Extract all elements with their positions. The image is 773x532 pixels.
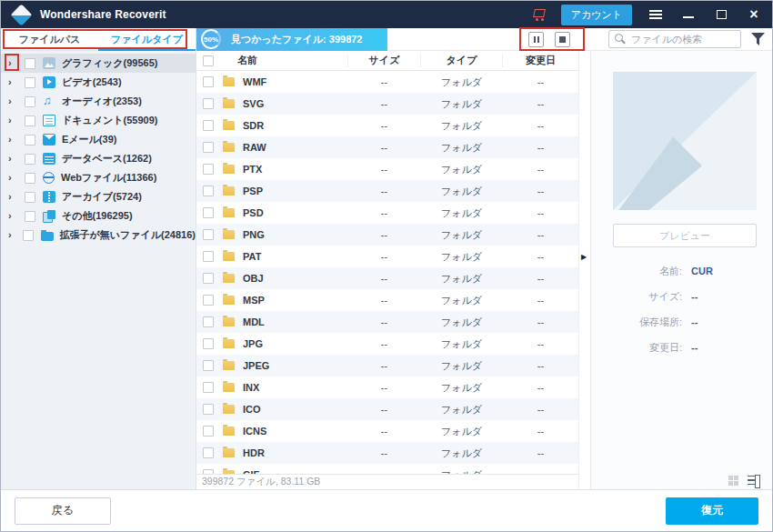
grid-view-icon[interactable]	[728, 476, 738, 486]
table-row[interactable]: PNG -- フォルダ --	[196, 224, 578, 246]
cell-size: --	[347, 338, 420, 349]
tab-file-type[interactable]: ファイルタイプ	[98, 28, 196, 50]
list-view-icon[interactable]	[748, 475, 760, 487]
column-header-name[interactable]: 名前	[214, 54, 347, 67]
row-checkbox[interactable]	[203, 360, 214, 371]
tree-item[interactable]: › Webファイル(11366)	[1, 168, 196, 187]
column-header-modified[interactable]: 変更日	[502, 54, 578, 67]
table-row[interactable]: SDR -- フォルダ --	[196, 115, 578, 136]
close-button[interactable]: ×	[745, 5, 763, 24]
tab-file-path[interactable]: ファイルパス	[1, 28, 98, 50]
tree-item[interactable]: › ドキュメント(55909)	[1, 111, 196, 130]
row-checkbox[interactable]	[203, 382, 214, 393]
table-row[interactable]: RAW -- フォルダ --	[196, 136, 578, 158]
table-row[interactable]: PSD -- フォルダ --	[196, 202, 578, 224]
table-row[interactable]: SVG -- フォルダ --	[196, 93, 578, 115]
tree-item[interactable]: › オーディオ(2353)	[1, 92, 196, 111]
expand-arrow-icon[interactable]: ›	[8, 173, 17, 183]
tree-item[interactable]: › データベース(1262)	[1, 149, 196, 168]
expand-arrow-icon[interactable]: ›	[8, 58, 17, 68]
maximize-button[interactable]	[712, 5, 730, 24]
cell-type: フォルダ	[420, 75, 502, 89]
restore-button[interactable]: 復元	[666, 497, 758, 525]
tree-item-checkbox[interactable]	[25, 77, 35, 88]
row-checkbox[interactable]	[203, 207, 214, 218]
minimize-button[interactable]	[679, 5, 698, 24]
tree-item[interactable]: › その他(196295)	[1, 206, 196, 226]
table-row[interactable]: MDL -- フォルダ --	[196, 311, 578, 333]
tree-item[interactable]: › ビデオ(2543)	[1, 73, 196, 92]
expand-arrow-icon[interactable]: ›	[8, 211, 17, 221]
tree-item-checkbox[interactable]	[25, 58, 35, 69]
table-row[interactable]: PSP -- フォルダ --	[196, 180, 578, 202]
panel-collapse-icon[interactable]: ▶	[581, 253, 587, 261]
tree-item-checkbox[interactable]	[25, 135, 35, 146]
folder-icon	[223, 208, 235, 217]
folder-icon	[223, 252, 235, 261]
table-row[interactable]: ICO -- フォルダ --	[196, 398, 578, 420]
table-row[interactable]: ICNS -- フォルダ --	[196, 420, 578, 442]
table-row[interactable]: PTX -- フォルダ --	[196, 158, 578, 180]
tree-item-checkbox[interactable]	[25, 96, 35, 107]
row-checkbox[interactable]	[203, 447, 214, 458]
column-header-type[interactable]: タイプ	[420, 54, 502, 67]
preview-button[interactable]: プレビュー	[613, 224, 757, 247]
table-row[interactable]: INX -- フォルダ --	[196, 376, 578, 398]
app-window: Wondershare Recoverit アカウント × ファイルパス ファイ…	[0, 0, 773, 532]
table-row[interactable]: WMF -- フォルダ --	[196, 71, 578, 93]
file-category-icon	[43, 76, 55, 88]
row-checkbox[interactable]	[203, 316, 214, 327]
stop-scan-button[interactable]	[555, 32, 570, 47]
tree-item-checkbox[interactable]	[25, 154, 35, 165]
tree-item-label: アーカイブ(5724)	[62, 190, 142, 204]
tree-item-checkbox[interactable]	[25, 192, 35, 203]
table-row[interactable]: PAT -- フォルダ --	[196, 246, 578, 267]
tree-item[interactable]: › Eメール(39)	[1, 130, 196, 149]
tree-item[interactable]: › グラフィック(99565)	[1, 54, 196, 73]
expand-arrow-icon[interactable]: ›	[8, 154, 17, 164]
tree-item[interactable]: › 拡張子が無いファイル(24816)	[1, 226, 196, 245]
expand-arrow-icon[interactable]: ›	[8, 96, 17, 106]
table-row[interactable]: JPG -- フォルダ --	[196, 333, 578, 355]
tree-item-checkbox[interactable]	[25, 211, 35, 222]
cell-modified: --	[502, 186, 578, 196]
row-checkbox[interactable]	[203, 229, 214, 240]
table-row[interactable]: JPEG -- フォルダ --	[196, 355, 578, 376]
row-checkbox[interactable]	[203, 404, 214, 415]
menu-button[interactable]	[647, 5, 665, 24]
table-row[interactable]: OBJ -- フォルダ --	[196, 267, 578, 289]
account-button[interactable]: アカウント	[561, 5, 632, 25]
row-checkbox[interactable]	[203, 338, 214, 349]
table-row[interactable]: GIF -- フォルダ --	[196, 464, 578, 474]
search-box[interactable]	[608, 30, 741, 48]
pause-scan-button[interactable]	[528, 32, 544, 47]
table-row[interactable]: HDR -- フォルダ --	[196, 442, 578, 464]
expand-arrow-icon[interactable]: ›	[8, 77, 17, 87]
row-checkbox[interactable]	[203, 273, 214, 284]
filter-icon[interactable]	[751, 33, 765, 45]
row-checkbox[interactable]	[203, 142, 214, 153]
expand-arrow-icon[interactable]: ›	[8, 115, 17, 125]
tree-item-checkbox[interactable]	[23, 230, 34, 241]
row-checkbox[interactable]	[203, 251, 214, 262]
expand-arrow-icon[interactable]: ›	[8, 230, 15, 240]
row-checkbox[interactable]	[203, 164, 214, 175]
expand-arrow-icon[interactable]: ›	[8, 135, 17, 145]
row-checkbox[interactable]	[203, 98, 214, 109]
search-input[interactable]	[631, 34, 735, 45]
row-checkbox[interactable]	[203, 76, 214, 87]
row-checkbox[interactable]	[203, 295, 214, 306]
cart-icon[interactable]	[532, 8, 547, 21]
row-checkbox[interactable]	[203, 426, 214, 437]
table-row[interactable]: MSP -- フォルダ --	[196, 289, 578, 311]
row-checkbox[interactable]	[203, 186, 214, 196]
tree-item-checkbox[interactable]	[25, 115, 35, 126]
select-all-checkbox[interactable]	[203, 55, 214, 66]
column-header-size[interactable]: サイズ	[347, 54, 420, 67]
expand-arrow-icon[interactable]: ›	[8, 192, 17, 202]
row-checkbox[interactable]	[203, 120, 214, 131]
back-button[interactable]: 戻る	[15, 497, 111, 525]
cell-name: PSP	[243, 186, 347, 196]
tree-item-checkbox[interactable]	[25, 173, 35, 184]
tree-item[interactable]: › アーカイブ(5724)	[1, 187, 196, 206]
